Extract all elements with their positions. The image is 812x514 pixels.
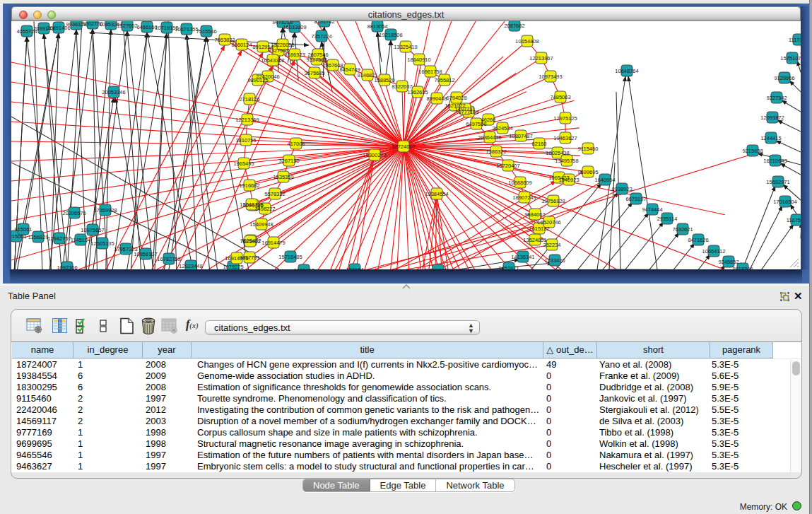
svg-text:10154808: 10154808 xyxy=(515,38,539,45)
svg-text:1244415: 1244415 xyxy=(760,135,781,141)
svg-text:9227342: 9227342 xyxy=(766,95,787,101)
svg-text:10648764: 10648764 xyxy=(615,68,638,74)
svg-text:13495758: 13495758 xyxy=(555,158,578,164)
svg-text:137164: 137164 xyxy=(346,267,363,270)
svg-text:1156829: 1156829 xyxy=(28,234,49,240)
svg-text:13325419: 13325419 xyxy=(394,44,417,50)
svg-text:12213369: 12213369 xyxy=(235,117,259,123)
svg-text:15751074: 15751074 xyxy=(780,55,801,62)
svg-text:9474444: 9474444 xyxy=(642,206,662,213)
svg-text:1916682: 1916682 xyxy=(239,182,259,189)
svg-text:6466160: 6466160 xyxy=(136,24,157,30)
svg-text:1527602: 1527602 xyxy=(117,23,137,29)
svg-text:1535359: 1535359 xyxy=(273,174,293,180)
svg-text:12923448: 12923448 xyxy=(179,263,202,269)
svg-text:9215938: 9215938 xyxy=(742,148,763,154)
svg-text:9684067: 9684067 xyxy=(524,211,545,218)
svg-text:7625402: 7625402 xyxy=(240,238,260,245)
svg-text:10654112: 10654112 xyxy=(702,248,726,255)
svg-text:1117392: 1117392 xyxy=(789,37,801,43)
svg-text:8938923: 8938923 xyxy=(611,186,632,192)
svg-text:7632621: 7632621 xyxy=(672,226,693,233)
svg-text:9245652: 9245652 xyxy=(718,259,739,265)
svg-text:3675685: 3675685 xyxy=(304,70,324,76)
svg-text:7515546: 7515546 xyxy=(196,28,216,35)
svg-text:1145194: 1145194 xyxy=(71,237,91,243)
svg-text:17016504: 17016504 xyxy=(773,199,796,205)
svg-text:1588520: 1588520 xyxy=(374,77,394,83)
svg-text:3267130: 3267130 xyxy=(278,158,299,164)
svg-text:5578332: 5578332 xyxy=(264,191,285,197)
svg-text:19384554: 19384554 xyxy=(425,191,448,197)
svg-text:20206576: 20206576 xyxy=(62,210,86,216)
svg-text:12975125: 12975125 xyxy=(553,115,577,122)
svg-text:18907249: 18907249 xyxy=(512,194,536,201)
svg-text:1497731: 1497731 xyxy=(454,106,475,112)
svg-text:16520746: 16520746 xyxy=(537,219,560,226)
svg-text:9699695: 9699695 xyxy=(577,169,598,175)
svg-text:15046766: 15046766 xyxy=(240,201,263,208)
svg-text:10958107: 10958107 xyxy=(134,251,157,257)
svg-text:18640910: 18640910 xyxy=(407,57,430,63)
svg-text:19218506: 19218506 xyxy=(379,32,402,38)
svg-text:9890125: 9890125 xyxy=(247,77,268,83)
svg-text:14136141: 14136141 xyxy=(511,254,534,260)
svg-text:8990448: 8990448 xyxy=(426,95,447,102)
svg-text:15716485: 15716485 xyxy=(278,254,302,260)
svg-text:1965495: 1965495 xyxy=(233,160,254,167)
svg-text:15300273: 15300273 xyxy=(363,152,386,158)
svg-text:9662457: 9662457 xyxy=(293,267,314,270)
svg-text:8186323: 8186323 xyxy=(284,52,305,58)
svg-text:10671355: 10671355 xyxy=(175,26,198,33)
svg-text:3915061: 3915061 xyxy=(11,233,27,240)
svg-text:8660124: 8660124 xyxy=(231,42,252,48)
svg-text:2807546: 2807546 xyxy=(307,52,328,58)
svg-text:12213967: 12213967 xyxy=(529,55,553,62)
svg-text:6794028: 6794028 xyxy=(446,95,466,101)
svg-text:16914479: 16914479 xyxy=(225,255,248,262)
svg-text:7357224: 7357224 xyxy=(311,33,331,40)
svg-text:17359928: 17359928 xyxy=(93,207,117,214)
svg-text:10688609: 10688609 xyxy=(508,180,531,186)
svg-text:15409948: 15409948 xyxy=(249,221,273,228)
svg-text:46266: 46266 xyxy=(481,117,496,123)
svg-text:20364436: 20364436 xyxy=(478,134,501,141)
svg-text:2718126: 2718126 xyxy=(239,96,259,103)
svg-text:1733426: 1733426 xyxy=(544,257,565,264)
svg-text:10973493: 10973493 xyxy=(539,74,562,80)
svg-text:7485063: 7485063 xyxy=(550,94,570,100)
svg-text:417006: 417006 xyxy=(287,141,305,147)
svg-text:9129966: 9129966 xyxy=(774,75,794,81)
svg-text:16782759: 16782759 xyxy=(157,256,180,262)
svg-text:1362615: 1362615 xyxy=(407,89,428,95)
svg-text:16033809: 16033809 xyxy=(283,24,306,30)
svg-text:10025438: 10025438 xyxy=(546,150,569,156)
svg-text:62160: 62160 xyxy=(532,141,547,147)
svg-text:1092366: 1092366 xyxy=(57,264,77,270)
svg-text:1167533: 1167533 xyxy=(787,217,801,223)
svg-text:12942757: 12942757 xyxy=(47,235,71,242)
svg-text:1640954: 1640954 xyxy=(594,177,615,183)
svg-text:8813054: 8813054 xyxy=(367,23,387,30)
svg-text:12093872: 12093872 xyxy=(760,115,784,121)
svg-text:6679197: 6679197 xyxy=(625,196,646,202)
svg-text:9452871: 9452871 xyxy=(498,265,519,270)
svg-text:9115460: 9115460 xyxy=(578,146,599,152)
svg-text:20053346: 20053346 xyxy=(102,89,125,95)
svg-text:13226058: 13226058 xyxy=(271,42,294,48)
svg-text:3624534: 3624534 xyxy=(492,125,512,132)
svg-text:16210643: 16210643 xyxy=(763,158,787,164)
svg-text:1079225: 1079225 xyxy=(223,264,243,270)
svg-text:2087682: 2087682 xyxy=(504,23,524,29)
svg-text:16914479: 16914479 xyxy=(261,240,285,246)
svg-text:10807487: 10807487 xyxy=(509,133,532,139)
svg-text:7386322: 7386322 xyxy=(486,148,506,155)
svg-text:10543362: 10543362 xyxy=(261,57,284,64)
svg-text:19756928: 19756928 xyxy=(541,198,565,204)
svg-text:2935114: 2935114 xyxy=(657,216,678,222)
svg-text:8131742: 8131742 xyxy=(314,21,334,25)
svg-text:9818306: 9818306 xyxy=(732,266,753,270)
svg-text:18724007: 18724007 xyxy=(392,144,415,150)
svg-text:1810755: 1810755 xyxy=(235,137,256,144)
svg-text:19463627: 19463627 xyxy=(553,135,577,141)
